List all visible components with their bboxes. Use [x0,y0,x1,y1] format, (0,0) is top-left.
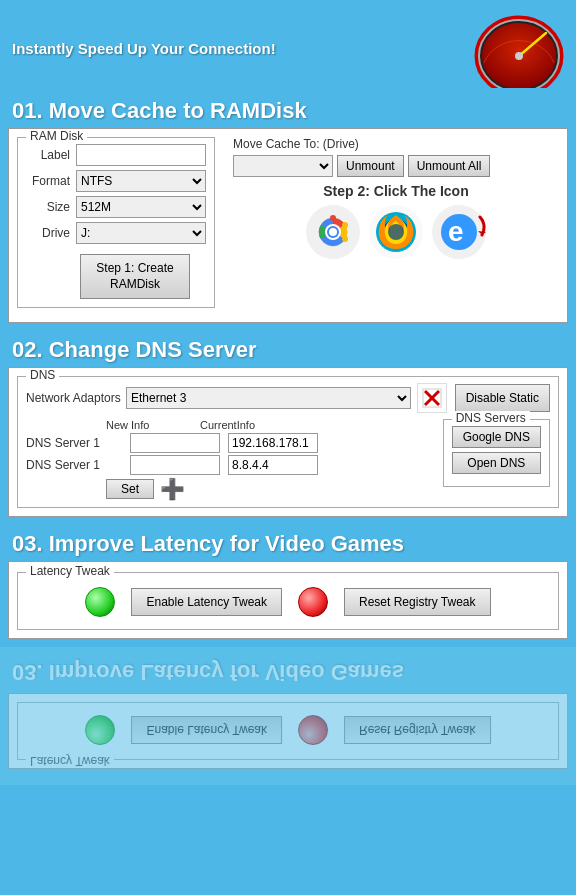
set-button[interactable]: Set [106,479,154,499]
label-input[interactable] [76,144,206,166]
header-title: Instantly Speed Up Your Connection! [12,40,276,57]
step1-create-button[interactable]: Step 1: Create RAMDisk [80,254,190,299]
network-adaptors-label: Network Adaptors [26,391,126,405]
section-02-panel: DNS Network Adaptors Ethernet 3 [8,367,568,517]
label-row: Label [26,144,206,166]
ramdisk-legend: RAM Disk [26,129,87,143]
drive-field-label: Drive [26,226,76,240]
dns-server2-current-input[interactable] [228,455,318,475]
move-cache-label: Move Cache To: (Drive) [233,137,490,151]
chrome-icon[interactable] [306,205,361,260]
firefox-icon[interactable] [369,205,424,260]
section-03-title: 03. Improve Latency for Video Games [8,525,568,561]
x-icon [420,386,444,410]
section-01: 01. Move Cache to RAMDisk RAM Disk Label… [0,92,576,331]
reflection-section: Latency Tweak Enable Latency Tweak Reset… [0,647,576,785]
step2-label: Step 2: Click The Icon [233,183,559,199]
google-dns-button[interactable]: Google DNS [452,426,541,448]
svg-point-10 [342,236,348,242]
x-button[interactable] [417,383,447,413]
ie-icon[interactable]: e [432,205,487,260]
add-icon[interactable]: ➕ [160,479,185,499]
dns-columns: New Info CurrentInfo DNS Server 1 DNS Se… [26,419,550,499]
svg-point-13 [329,228,337,236]
dns-sub-labels: New Info CurrentInfo [26,419,435,431]
svg-point-17 [388,224,404,240]
reflection-legend: Latency Tweak [26,754,114,768]
disable-static-group: Disable Static [417,383,550,413]
svg-point-9 [342,222,348,228]
dns-group: DNS Network Adaptors Ethernet 3 [17,376,559,508]
latency-group: Latency Tweak Enable Latency Tweak Reset… [17,572,559,630]
dns-server1-label: DNS Server 1 [26,436,126,450]
reflection-latency-group: Latency Tweak Enable Latency Tweak Reset… [17,702,559,760]
ramdisk-right: Move Cache To: (Drive) Unmount Unmount A… [223,137,559,314]
format-row: Format NTFS [26,170,206,192]
reflection-enable-button: Enable Latency Tweak [131,716,282,744]
reflection-buttons: Enable Latency Tweak Reset Registry Twea… [26,715,550,745]
section-03: 03. Improve Latency for Video Games Late… [0,525,576,647]
format-field-label: Format [26,174,76,188]
reflection-reset-button: Reset Registry Tweak [344,716,491,744]
reflection-red-ball [298,715,328,745]
move-cache-section: Move Cache To: (Drive) Unmount Unmount A… [233,137,490,177]
move-cache-select[interactable] [233,155,333,177]
speedometer-icon [474,8,564,88]
section-02-title: 02. Change DNS Server [8,331,568,367]
reflection-green-ball [85,715,115,745]
latency-legend: Latency Tweak [26,564,114,578]
dns-server1-new-input[interactable] [130,433,220,453]
unmount-all-button[interactable]: Unmount All [408,155,491,177]
section-03-panel: Latency Tweak Enable Latency Tweak Reset… [8,561,568,639]
network-adaptor-row: Network Adaptors Ethernet 3 Disable Stat… [26,383,550,413]
dns-server1-current-input[interactable] [228,433,318,453]
svg-point-5 [515,52,523,60]
open-dns-button[interactable]: Open DNS [452,452,541,474]
enable-latency-indicator[interactable] [85,587,115,617]
drive-select[interactable]: J: [76,222,206,244]
latency-buttons: Enable Latency Tweak Reset Registry Twea… [26,587,550,617]
section-01-panel: RAM Disk Label Format NTFS Size [8,128,568,323]
dns-server1-row: DNS Server 1 [26,433,435,453]
size-select[interactable]: 512M [76,196,206,218]
network-adaptor-select[interactable]: Ethernet 3 [126,387,411,409]
section-01-title: 01. Move Cache to RAMDisk [8,92,568,128]
reflection-panel: Latency Tweak Enable Latency Tweak Reset… [8,693,568,769]
size-row: Size 512M [26,196,206,218]
dns-servers-legend: DNS Servers [452,411,530,425]
move-cache-controls: Unmount Unmount All [233,155,490,177]
svg-point-8 [330,215,336,221]
enable-latency-button[interactable]: Enable Latency Tweak [131,588,282,616]
drive-row: Drive J: [26,222,206,244]
dns-servers-group: DNS Servers Google DNS Open DNS [443,419,550,487]
reset-registry-button[interactable]: Reset Registry Tweak [344,588,491,616]
reflection-title: 03. Improve Latency for Video Games [8,655,568,693]
dns-server2-label: DNS Server 1 [26,458,126,472]
svg-text:e: e [448,216,464,247]
dns-bottom-row: Set ➕ [26,479,435,499]
format-select[interactable]: NTFS [76,170,206,192]
size-field-label: Size [26,200,76,214]
dns-server2-row: DNS Server 1 [26,455,435,475]
unmount-button[interactable]: Unmount [337,155,404,177]
section-02: 02. Change DNS Server DNS Network Adapto… [0,331,576,525]
reflection-content: Latency Tweak Enable Latency Tweak Reset… [8,655,568,769]
dns-legend: DNS [26,368,59,382]
browser-icons: e [233,205,559,260]
disable-static-button[interactable]: Disable Static [455,384,550,412]
new-info-label: New Info [106,419,196,431]
header: Instantly Speed Up Your Connection! [0,0,576,92]
dns-server2-new-input[interactable] [130,455,220,475]
label-field-label: Label [26,148,76,162]
dns-left: New Info CurrentInfo DNS Server 1 DNS Se… [26,419,435,499]
current-info-label: CurrentInfo [200,419,290,431]
reset-registry-indicator[interactable] [298,587,328,617]
ramdisk-group: RAM Disk Label Format NTFS Size [17,137,215,308]
